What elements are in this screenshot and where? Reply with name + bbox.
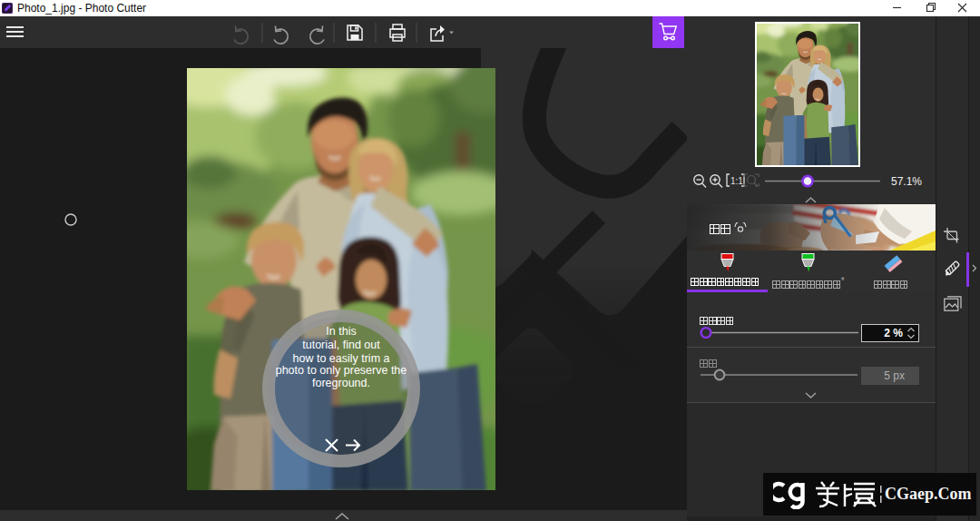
svg-text:1:1: 1:1: [730, 176, 743, 186]
svg-text:foreground.: foreground.: [312, 377, 370, 389]
svg-text:tutorial, find out: tutorial, find out: [302, 339, 380, 351]
svg-text:photo to only preserve the: photo to only preserve the: [276, 364, 407, 377]
svg-text:how to easily trim a: how to easily trim a: [293, 352, 390, 365]
svg-text:In this: In this: [326, 325, 356, 338]
svg-text:57.1%: 57.1%: [891, 175, 922, 188]
